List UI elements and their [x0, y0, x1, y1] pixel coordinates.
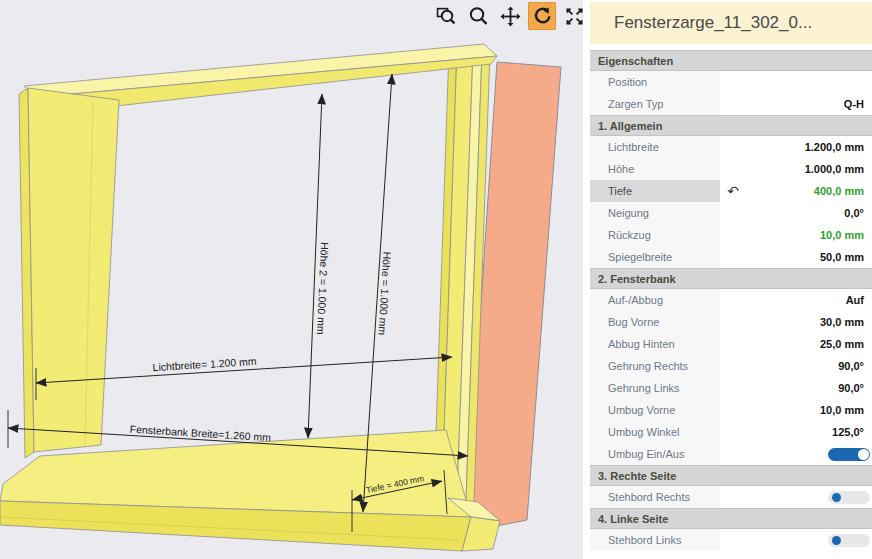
property-label: Gehrung Rechts — [590, 355, 720, 377]
property-value[interactable]: 1.200,0 mm — [720, 141, 872, 153]
property-row-lichtbreite[interactable]: Lichtbreite1.200,0 mm — [590, 136, 872, 158]
toggle-knob[interactable] — [858, 449, 869, 460]
property-value[interactable]: 0,0° — [720, 207, 872, 219]
property-row-gehrung-links[interactable]: Gehrung Links90,0° — [590, 377, 872, 399]
3d-viewport[interactable]: Höhe 2 = 1.000 mm Höhe = 1.000 mm Lichtb… — [0, 0, 590, 559]
rotate-icon[interactable] — [528, 2, 556, 30]
property-label: Zargen Typ — [590, 93, 720, 115]
3d-scene[interactable]: Höhe 2 = 1.000 mm Höhe = 1.000 mm Lichtb… — [0, 0, 590, 559]
property-label: Spiegelbreite — [590, 246, 720, 268]
toggle-knob[interactable] — [832, 493, 841, 502]
property-label: Position — [590, 71, 720, 93]
property-label: Umbug Winkel — [590, 421, 720, 443]
property-label: Neigung — [590, 202, 720, 224]
property-value[interactable]: 10,0 mm — [720, 229, 872, 241]
property-value[interactable]: 400,0 mm — [746, 185, 872, 197]
property-value[interactable]: 25,0 mm — [720, 338, 872, 350]
property-value[interactable]: Auf — [720, 294, 872, 306]
property-label: Umbug Vorne — [590, 399, 720, 421]
property-label: Höhe — [590, 158, 720, 180]
properties-panel: Fensterzarge_11_302_0... EigenschaftenPo… — [590, 0, 872, 559]
property-label: Stehbord Links — [590, 529, 720, 551]
property-value[interactable]: 125,0° — [720, 426, 872, 438]
property-value[interactable]: 10,0 mm — [720, 404, 872, 416]
property-label: Auf-/Abbug — [590, 289, 720, 311]
property-row-rückzug[interactable]: Rückzug10,0 mm — [590, 224, 872, 246]
property-label: Tiefe — [590, 180, 720, 202]
property-row-spiegelbreite[interactable]: Spiegelbreite50,0 mm — [590, 246, 872, 268]
property-row-auf-abbug[interactable]: Auf-/AbbugAuf — [590, 289, 872, 311]
section-header-4-linke-seite: 4. Linke Seite — [590, 508, 872, 529]
view-toolbar — [432, 2, 588, 30]
property-label: Lichtbreite — [590, 136, 720, 158]
section-header-eigenschaften: Eigenschaften — [590, 50, 872, 71]
section-header-2-fensterbank: 2. Fensterbank — [590, 268, 872, 289]
property-value[interactable]: Q-H — [720, 98, 872, 110]
fit-view-icon[interactable] — [560, 2, 588, 30]
zoom-icon[interactable] — [464, 2, 492, 30]
panel-title: Fensterzarge_11_302_0... — [590, 2, 872, 44]
pan-icon[interactable] — [496, 2, 524, 30]
toggle-stehbord-links-off[interactable] — [828, 534, 870, 547]
toggle-umbug-ein-aus-on[interactable] — [828, 448, 870, 461]
section-header-1-allgemein: 1. Allgemein — [590, 115, 872, 136]
property-label: Umbug Ein/Aus — [590, 443, 720, 465]
property-row-zargen-typ[interactable]: Zargen TypQ-H — [590, 93, 872, 115]
property-label: Bug Vorne — [590, 311, 720, 333]
property-value[interactable]: 30,0 mm — [720, 316, 872, 328]
property-row-höhe[interactable]: Höhe1.000,0 mm — [590, 158, 872, 180]
undo-icon[interactable]: ↶ — [727, 183, 739, 199]
property-row-stehbord-rechts[interactable]: Stehbord Rechts — [590, 486, 872, 508]
property-label: Stehbord Rechts — [590, 486, 720, 508]
property-row-umbug-winkel[interactable]: Umbug Winkel125,0° — [590, 421, 872, 443]
property-row-tiefe[interactable]: Tiefe↶400,0 mm — [590, 180, 872, 202]
property-row-stehbord-links[interactable]: Stehbord Links — [590, 529, 872, 551]
property-value[interactable]: 1.000,0 mm — [720, 163, 872, 175]
app-window: Höhe 2 = 1.000 mm Höhe = 1.000 mm Lichtb… — [0, 0, 872, 559]
property-row-position[interactable]: Position — [590, 71, 872, 93]
zoom-selection-icon[interactable] — [432, 2, 460, 30]
property-row-umbug-vorne[interactable]: Umbug Vorne10,0 mm — [590, 399, 872, 421]
property-row-gehrung-rechts[interactable]: Gehrung Rechts90,0° — [590, 355, 872, 377]
property-row-abbug-hinten[interactable]: Abbug Hinten25,0 mm — [590, 333, 872, 355]
property-label: Abbug Hinten — [590, 333, 720, 355]
property-value[interactable]: 50,0 mm — [720, 251, 872, 263]
property-row-bug-vorne[interactable]: Bug Vorne30,0 mm — [590, 311, 872, 333]
property-value[interactable]: 90,0° — [720, 360, 872, 372]
property-label: Rückzug — [590, 224, 720, 246]
section-header-3-rechte-seite: 3. Rechte Seite — [590, 465, 872, 486]
toggle-stehbord-rechts-off[interactable] — [828, 491, 870, 504]
toggle-knob[interactable] — [832, 536, 841, 545]
property-sections: EigenschaftenPositionZargen TypQ-H1. All… — [590, 50, 872, 551]
property-row-umbug-ein-aus[interactable]: Umbug Ein/Aus — [590, 443, 872, 465]
property-row-neigung[interactable]: Neigung0,0° — [590, 202, 872, 224]
property-label: Gehrung Links — [590, 377, 720, 399]
property-value[interactable]: 90,0° — [720, 382, 872, 394]
